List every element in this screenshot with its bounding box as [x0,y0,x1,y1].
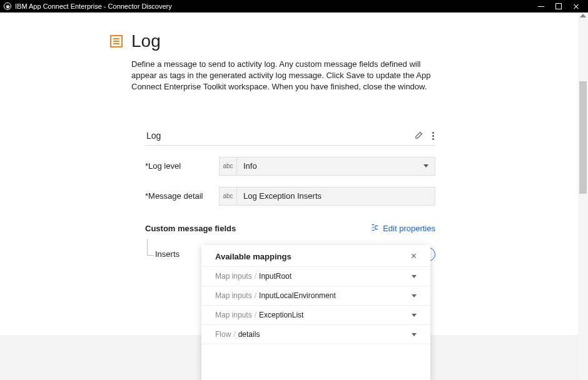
window-close-button[interactable] [573,3,579,9]
tree-connector-icon [145,246,155,263]
window-minimize-button[interactable] [538,3,544,9]
log-level-type-hint: abc [219,157,236,176]
vertical-scrollbar[interactable] [578,12,588,380]
inserts-label: Inserts [155,249,180,259]
chevron-down-icon [412,275,417,278]
kebab-menu-icon[interactable] [432,132,434,140]
page-title: Log [131,31,161,51]
edit-properties-icon [370,223,379,234]
mapping-name: InputRoot [259,272,291,281]
mapping-name: ExceptionList [259,311,303,319]
chevron-down-icon [412,333,417,336]
edit-properties-link[interactable]: Edit properties [370,223,435,234]
mapping-name: details [238,330,260,339]
close-icon[interactable]: × [411,251,417,261]
message-detail-label: *Message detail [145,191,219,201]
chevron-down-icon [412,314,417,317]
chevron-down-icon [423,164,428,168]
mapping-row[interactable]: Map inputs/InputLocalEnvironment [201,286,430,305]
mapping-category: Map inputs [215,272,252,281]
scroll-up-arrow-icon[interactable] [580,14,586,18]
page-description: Define a message to send to activity log… [131,59,444,93]
log-level-label: *Log level [145,161,219,171]
chevron-down-icon [412,294,417,298]
window-titlebar: ◉ IBM App Connect Enterprise - Connector… [0,0,588,12]
window-maximize-button[interactable] [555,3,562,9]
mapping-row[interactable]: Map inputs/InputRoot [201,266,430,286]
panel-title: Log [146,131,161,141]
mapping-category: Map inputs [215,291,252,300]
log-icon [110,35,123,48]
mapping-name: InputLocalEnvironment [259,291,336,300]
available-mappings-popover: Available mappings × Map inputs/InputRoo… [201,245,430,380]
message-detail-field[interactable]: Log Exception Inserts [236,187,435,206]
log-level-select[interactable]: Info [236,157,435,176]
edit-properties-label: Edit properties [383,224,435,233]
mappings-title: Available mappings [215,252,291,261]
mapping-category: Flow [215,330,231,339]
app-icon: ◉ [4,2,11,10]
mapping-row[interactable]: Flow/details [201,324,430,344]
log-level-value: Info [243,161,257,171]
message-detail-type-hint: abc [219,187,236,206]
scroll-thumb[interactable] [579,81,587,194]
window-title: IBM App Connect Enterprise - Connector D… [15,2,172,10]
mapping-row[interactable]: Map inputs/ExceptionList [201,305,430,324]
mapping-category: Map inputs [215,311,252,319]
custom-fields-title: Custom message fields [145,224,236,233]
edit-icon[interactable] [415,131,423,141]
message-detail-value: Log Exception Inserts [243,191,322,201]
